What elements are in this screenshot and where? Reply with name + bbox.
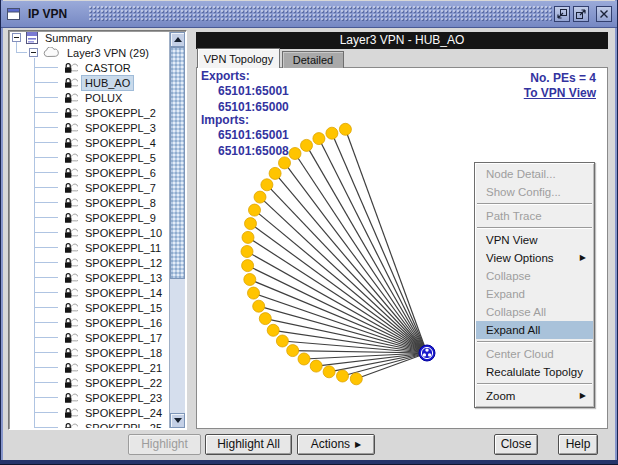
- tree-item-spokeppl_11[interactable]: SPOKEPPL_11: [10, 240, 164, 255]
- scrollbar-up-icon[interactable]: [170, 32, 185, 47]
- tree-item-label[interactable]: SPOKEPPL_7: [82, 181, 159, 195]
- tree-item-label[interactable]: SPOKEPPL_15: [82, 301, 165, 315]
- spoke-node[interactable]: [287, 345, 299, 357]
- spoke-node[interactable]: [242, 260, 254, 272]
- spoke-node[interactable]: [298, 353, 310, 365]
- tree-item-label[interactable]: CASTOR: [82, 61, 134, 75]
- tree-item-label[interactable]: SPOKEPPL_3: [82, 121, 159, 135]
- tree-item-label[interactable]: SPOKEPPL_4: [82, 136, 159, 150]
- tree-item-label[interactable]: SPOKEPPL_24: [82, 406, 165, 420]
- menu-item-recalulate-topolgy[interactable]: Recalulate Topolgy: [476, 363, 593, 381]
- tree-item-layer3-vpn[interactable]: Layer3 VPN (29): [10, 45, 152, 60]
- tree-item-spokeppl_6[interactable]: SPOKEPPL_6: [10, 165, 159, 180]
- tree-item-spokeppl_9[interactable]: SPOKEPPL_9: [10, 210, 159, 225]
- spoke-node[interactable]: [242, 231, 254, 243]
- spoke-node[interactable]: [326, 127, 338, 139]
- tree-item-spokeppl_18[interactable]: SPOKEPPL_18: [10, 345, 165, 360]
- tree-item-spokeppl_23[interactable]: SPOKEPPL_23: [10, 390, 165, 405]
- tree-item-label[interactable]: SPOKEPPL_10: [82, 226, 165, 240]
- hub-node[interactable]: [419, 345, 435, 361]
- scrollbar-thumb[interactable]: [170, 47, 185, 279]
- spoke-node[interactable]: [249, 204, 261, 216]
- tree-item-label[interactable]: SPOKEPPL_6: [82, 166, 159, 180]
- tree-item-label[interactable]: SPOKEPPL_8: [82, 196, 159, 210]
- tree-item-castor[interactable]: CASTOR: [10, 60, 134, 75]
- tree-expander-icon[interactable]: [29, 48, 38, 57]
- tree-item-label[interactable]: SPOKEPPL_17: [82, 331, 165, 345]
- tree-item-spokeppl_13[interactable]: SPOKEPPL_13: [10, 270, 165, 285]
- tree-item-polux[interactable]: POLUX: [10, 90, 125, 105]
- tree-item-summary[interactable]: Summary: [10, 32, 95, 45]
- tree-item-spokeppl_24[interactable]: SPOKEPPL_24: [10, 405, 165, 420]
- tab-vpn-topology[interactable]: VPN Topology: [197, 48, 280, 68]
- spoke-node[interactable]: [350, 373, 362, 385]
- tree-item-label[interactable]: SPOKEPPL_23: [82, 391, 165, 405]
- tree-item-spokeppl_21[interactable]: SPOKEPPL_21: [10, 360, 165, 375]
- tree-item-label[interactable]: SPOKEPPL_21: [82, 361, 165, 375]
- tree-item-hub_ao[interactable]: HUB_AO: [10, 75, 133, 90]
- spoke-node[interactable]: [289, 148, 301, 160]
- tree-item-spokeppl_17[interactable]: SPOKEPPL_17: [10, 330, 165, 345]
- tree-item-label[interactable]: SPOKEPPL_5: [82, 151, 159, 165]
- menu-item-vpn-view[interactable]: VPN View: [476, 231, 593, 249]
- menu-item-expand-all[interactable]: Expand All: [476, 321, 593, 339]
- tab-detailed[interactable]: Detailed: [282, 51, 344, 68]
- spoke-node[interactable]: [261, 179, 273, 191]
- tree-item-spokeppl_25[interactable]: SPOKEPPL_25: [10, 420, 165, 428]
- spoke-node[interactable]: [337, 370, 349, 382]
- spoke-node[interactable]: [323, 366, 335, 378]
- spoke-node[interactable]: [244, 274, 256, 286]
- tree-item-label[interactable]: SPOKEPPL_2: [82, 106, 159, 120]
- tree-item-spokeppl_4[interactable]: SPOKEPPL_4: [10, 135, 159, 150]
- close-icon[interactable]: [596, 6, 612, 22]
- help-button[interactable]: Help: [558, 434, 598, 455]
- spoke-node[interactable]: [245, 218, 257, 230]
- spoke-node[interactable]: [254, 191, 266, 203]
- tree-scrollbar[interactable]: [169, 32, 185, 428]
- scrollbar-down-icon[interactable]: [170, 413, 185, 428]
- close-button[interactable]: Close: [494, 434, 538, 455]
- tree-item-spokeppl_10[interactable]: SPOKEPPL_10: [10, 225, 165, 240]
- tree-item-label[interactable]: SPOKEPPL_16: [82, 316, 165, 330]
- tree-item-spokeppl_12[interactable]: SPOKEPPL_12: [10, 255, 165, 270]
- tree-item-label[interactable]: SPOKEPPL_22: [82, 376, 165, 390]
- minimize-icon[interactable]: [554, 6, 570, 22]
- spoke-node[interactable]: [301, 139, 313, 151]
- menu-item-zoom[interactable]: Zoom▶: [476, 387, 593, 405]
- tree-item-spokeppl_8[interactable]: SPOKEPPL_8: [10, 195, 159, 210]
- spoke-node[interactable]: [248, 287, 260, 299]
- tree-item-spokeppl_22[interactable]: SPOKEPPL_22: [10, 375, 165, 390]
- tree-item-spokeppl_2[interactable]: SPOKEPPL_2: [10, 105, 159, 120]
- tree-item-label[interactable]: Layer3 VPN (29): [64, 46, 152, 60]
- tree-expander-icon[interactable]: [12, 33, 21, 42]
- tree-item-label[interactable]: POLUX: [82, 91, 125, 105]
- spoke-node[interactable]: [253, 300, 265, 312]
- tree-item-label[interactable]: SPOKEPPL_18: [82, 346, 165, 360]
- tree-item-label[interactable]: Summary: [42, 32, 95, 45]
- tree-item-spokeppl_14[interactable]: SPOKEPPL_14: [10, 285, 165, 300]
- tree-item-spokeppl_3[interactable]: SPOKEPPL_3: [10, 120, 159, 135]
- tree-item-spokeppl_5[interactable]: SPOKEPPL_5: [10, 150, 159, 165]
- spoke-node[interactable]: [267, 324, 279, 336]
- spoke-node[interactable]: [313, 133, 325, 145]
- spoke-node[interactable]: [339, 123, 351, 135]
- menu-item-view-options[interactable]: View Options▶: [476, 249, 593, 267]
- spoke-node[interactable]: [310, 360, 322, 372]
- tree-item-label[interactable]: SPOKEPPL_11: [82, 241, 164, 255]
- tree-item-label[interactable]: SPOKEPPL_14: [82, 286, 165, 300]
- actions-button[interactable]: Actions▶: [297, 434, 375, 455]
- tree-item-spokeppl_15[interactable]: SPOKEPPL_15: [10, 300, 165, 315]
- tree-item-label[interactable]: HUB_AO: [82, 76, 133, 90]
- tree-item-spokeppl_7[interactable]: SPOKEPPL_7: [10, 180, 159, 195]
- spoke-node[interactable]: [269, 167, 281, 179]
- spoke-node[interactable]: [276, 335, 288, 347]
- tree-item-label[interactable]: SPOKEPPL_13: [82, 271, 165, 285]
- tree-item-label[interactable]: SPOKEPPL_12: [82, 256, 165, 270]
- maximize-icon[interactable]: [573, 6, 589, 22]
- highlight-all-button[interactable]: Highlight All: [205, 434, 292, 455]
- tree-item-spokeppl_16[interactable]: SPOKEPPL_16: [10, 315, 165, 330]
- spoke-node[interactable]: [241, 246, 253, 258]
- tree-item-label[interactable]: SPOKEPPL_9: [82, 211, 159, 225]
- spoke-node[interactable]: [259, 313, 271, 325]
- tree-item-label[interactable]: SPOKEPPL_25: [82, 421, 165, 429]
